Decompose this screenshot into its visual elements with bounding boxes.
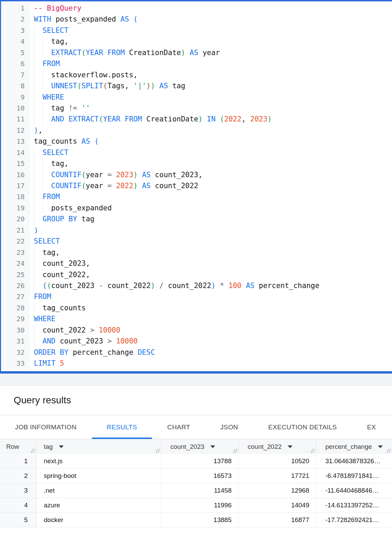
column-header-label: percent_change [325, 443, 372, 451]
tab-job-information[interactable]: JOB INFORMATION [0, 415, 92, 439]
token-id: count_2022, [42, 271, 90, 279]
cell-count_2022: 10520 [239, 454, 316, 469]
code-line: 16COUNTIF(year = 2023) AS count_2023, [1, 169, 392, 180]
indent-guide [34, 191, 42, 202]
token-op: > [90, 326, 99, 334]
indent-guide [42, 203, 51, 213]
token-op: = [107, 182, 116, 190]
cell-count_2023: 13885 [161, 513, 239, 528]
indent-guide [34, 92, 42, 103]
code-text: -- BigQuery [30, 3, 81, 14]
cell-tag: azure [37, 498, 161, 513]
code-line: 26((count_2023 - count_2022) / count_202… [1, 280, 392, 291]
token-num: 2022 [116, 182, 133, 190]
line-number: 17 [1, 180, 30, 191]
tab-execution-details[interactable]: EXECUTION DETAILS [253, 415, 352, 439]
code-text: WHERE [30, 92, 64, 103]
token-id: year [86, 171, 107, 179]
token-op: = [107, 171, 116, 179]
token-id: tag, [51, 37, 69, 46]
code-text: SELECT [30, 236, 60, 247]
column-resize-grip[interactable] [30, 448, 35, 453]
column-resize-grip[interactable] [233, 448, 237, 453]
column-menu-arrow-icon[interactable] [378, 445, 383, 448]
column-header-tag[interactable]: tag [37, 439, 161, 454]
code-text: EXTRACT(YEAR FROM CreationDate) AS year [30, 47, 220, 58]
column-menu-arrow-icon[interactable] [288, 445, 292, 448]
tab-chart[interactable]: CHART [152, 415, 205, 439]
code-line: 1-- BigQuery [1, 3, 392, 14]
column-header-percent_change[interactable]: percent_change [316, 439, 392, 454]
cell-row: 3 [0, 483, 37, 498]
tab-ex[interactable]: EX [352, 415, 391, 439]
token-id: tag [77, 215, 94, 223]
token-kw: FROM [34, 292, 51, 301]
column-resize-grip[interactable] [310, 448, 315, 453]
token-num: 5 [55, 359, 64, 367]
query-results-title: Query results [14, 395, 71, 406]
code-line: 31AND count_2023 > 10000 [1, 336, 392, 347]
code-text: tag_counts [30, 302, 86, 313]
line-number: 1 [1, 3, 30, 14]
token-id: percent_change [254, 282, 319, 290]
line-number: 30 [1, 325, 30, 336]
token-num: 100 [224, 282, 241, 290]
token-id: tag [168, 82, 185, 90]
code-text: tag_counts AS ( [30, 136, 99, 147]
column-menu-arrow-icon[interactable] [210, 445, 215, 448]
results-table-header: Rowtagcount_2023count_2022percent_change [0, 439, 392, 454]
tab-results[interactable]: RESULTS [92, 415, 152, 439]
cell-percent_change: -6.47818971841… [316, 469, 392, 483]
sql-editor[interactable]: 1-- BigQuery2WITH posts_expanded AS (3SE… [0, 0, 392, 374]
indent-guide [34, 169, 42, 180]
indent-guide [34, 325, 42, 336]
token-kw: SELECT [34, 237, 60, 245]
token-kw: SPLIT [81, 82, 103, 90]
token-p2: ) [151, 282, 155, 290]
code-line: 32ORDER BY percent_change DESC [1, 347, 392, 358]
panel-splitter[interactable] [0, 374, 392, 386]
token-p2: ) [267, 115, 272, 123]
cell-tag: .net [37, 483, 161, 498]
line-number: 8 [1, 80, 30, 91]
token-id: stackoverflow.posts, [51, 71, 138, 79]
indent-guide [34, 258, 42, 269]
line-number: 20 [1, 213, 30, 224]
code-line: 9WHERE [1, 92, 392, 103]
tab-json[interactable]: JSON [205, 415, 253, 439]
token-op: - [99, 282, 103, 290]
column-resize-grip[interactable] [386, 448, 391, 453]
code-line: 15tag, [1, 158, 392, 169]
column-header-count_2022[interactable]: count_2022 [239, 439, 316, 454]
indent-guide [34, 213, 42, 224]
token-p3: ) [146, 82, 151, 90]
token-kw: COUNTIF [51, 171, 82, 179]
token-kw: AND EXTRACT [51, 115, 99, 123]
cell-count_2023: 11458 [161, 483, 239, 498]
results-table-body: 1next.js137881052031.06463878326…2spring… [0, 454, 392, 528]
line-number: 6 [1, 58, 30, 69]
cell-percent_change: 31.06463878326… [316, 454, 392, 469]
line-number: 25 [1, 269, 30, 280]
line-number: 31 [1, 336, 30, 347]
token-p1: ) [34, 126, 38, 134]
token-op: > [107, 337, 116, 345]
token-num: 2023 [116, 171, 133, 179]
line-number: 5 [1, 47, 30, 58]
code-text: WHERE [30, 313, 55, 324]
code-text: SELECT [30, 147, 68, 158]
token-id: CreationDate [142, 115, 198, 123]
token-kw: AS [241, 282, 254, 290]
code-text: FROM [30, 291, 51, 302]
code-text: ), [30, 125, 42, 136]
results-header: Query results [0, 386, 392, 415]
cell-row: 4 [0, 498, 37, 513]
token-id: year [86, 182, 107, 190]
column-menu-arrow-icon[interactable] [59, 445, 64, 448]
code-text: AND count_2023 > 10000 [30, 336, 138, 347]
column-resize-grip[interactable] [155, 448, 160, 453]
token-id: count_2022 [151, 182, 198, 190]
column-header-row[interactable]: Row [0, 439, 37, 454]
code-text: FROM [30, 191, 60, 202]
column-header-count_2023[interactable]: count_2023 [161, 439, 239, 454]
